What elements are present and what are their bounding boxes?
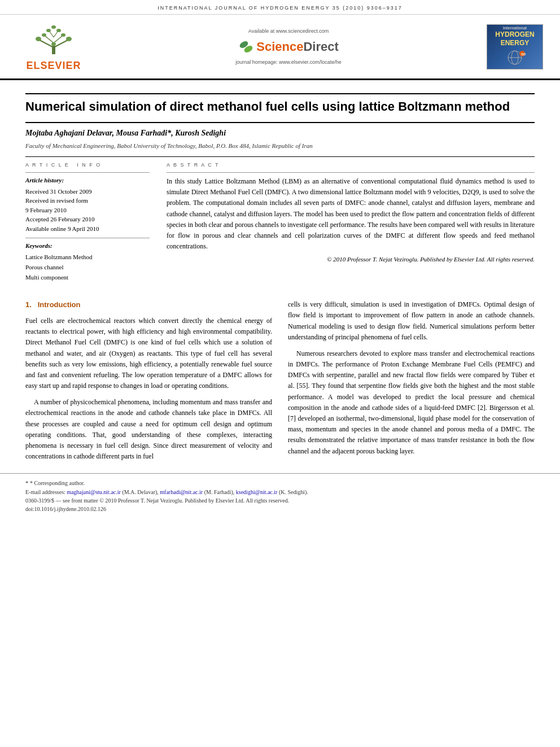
logo-area: ELSEVIER Available at www.sciencedirect.… [0,15,560,80]
abstract-copyright: © 2010 Professor T. Nejat Veziroglu. Pub… [167,255,535,264]
footnote-delavar-name: (M.A. Delavar), [122,489,160,495]
footnote-area: * * Corresponding author. E-mail address… [0,473,560,519]
keyword-1: Lattice Boltzmann Method [25,252,150,263]
date-revised: 9 February 2010 [25,206,150,215]
sciencedirect-text: ScienceDirect [256,38,339,56]
elsevier-tree-icon [23,20,85,57]
svg-point-14 [51,42,56,46]
abstract-section: In this study Lattice Boltzmann Method (… [167,172,535,264]
article-info-abstract-row: A R T I C L E I N F O Article history: R… [25,161,535,282]
intro-para-3: cells is very difficult, simulation is u… [288,299,535,343]
intro-para-1: Fuel cells are electrochemical reactors … [25,316,272,391]
article-title: Numerical simulation of direct methanol … [25,99,535,115]
article-info-col: A R T I C L E I N F O Article history: R… [25,161,150,282]
abstract-label: A B S T R A C T [167,161,535,169]
footnote-sedighi-name: (K. Sedighi). [279,489,308,495]
footnote-star-icon: * [25,479,29,486]
intro-section-title: Introduction [38,300,81,309]
center-logo-area: Available at www.sciencedirect.com Scien… [90,28,487,66]
sd-leaf-icon [238,39,254,55]
svg-point-7 [36,37,41,41]
footnote-email-sedighi[interactable]: ksedighi@nit.ac.ir [236,489,278,495]
accepted: Accepted 26 February 2010 [25,215,150,224]
journal-homepage-text: journal homepage: www.elsevier.com/locat… [235,59,342,66]
affil-divider [25,156,535,157]
footnote-email-farhadi[interactable]: mfarhadi@nit.ac.ir [160,489,203,495]
elsevier-brand-text: ELSEVIER [26,58,81,73]
top-divider [25,93,535,94]
article-info-label: A R T I C L E I N F O [25,161,150,169]
svg-point-8 [66,37,72,41]
cover-hydrogen: HYDROGEN [495,30,534,38]
footnote-farhadi-name: (M. Farhadi), [204,489,236,495]
cover-energy: ENERGY [495,39,534,47]
body-left-col: 1. Introduction Fuel cells are electroch… [25,299,272,468]
svg-point-9 [42,33,46,37]
article-history-title: Article history: [25,176,150,185]
journal-cover-title: International HYDROGEN ENERGY SD [495,26,534,68]
keywords-section: Keywords: Lattice Boltzmann Method Porou… [25,238,150,282]
footnote-corresponding-text: * Corresponding author. [30,480,85,486]
available-online: Available online 9 April 2010 [25,224,150,234]
keyword-3: Multi component [25,273,150,283]
intro-para-2: A number of physicochemical phenomena, i… [25,397,272,462]
abstract-col: A B S T R A C T In this study Lattice Bo… [167,161,535,282]
footnote-issn: 0360-3199/$ — see front matter © 2010 Pr… [25,496,535,505]
keywords-title: Keywords: [25,242,150,251]
svg-line-5 [50,32,54,37]
cover-intl: International [495,26,534,30]
cover-globe-icon: SD [501,49,529,66]
body-columns: 1. Introduction Fuel cells are electroch… [0,291,560,473]
footnote-email: E-mail addresses: maghajani@stu.nit.ac.i… [25,488,535,496]
article-content-area: Numerical simulation of direct methanol … [0,80,560,291]
intro-heading: 1. Introduction [25,299,272,311]
footnote-doi: doi:10.1016/j.ijhydene.2010.02.126 [25,505,535,513]
elsevier-logo: ELSEVIER [17,20,90,73]
available-text: Available at www.sciencedirect.com [248,28,329,35]
cover-badge: SD [495,49,534,67]
affiliation: Faculty of Mechanical Engineering, Babol… [25,142,535,151]
footnote-email-delavar[interactable]: maghajani@stu.nit.ac.ir [67,489,121,495]
journal-header: International Journal of Hydrogen Energy… [0,0,560,15]
sciencedirect-logo: ScienceDirect [238,38,339,56]
title-divider [25,122,535,123]
svg-point-10 [61,33,65,37]
svg-point-12 [56,29,61,32]
svg-point-13 [51,25,56,29]
svg-text:SD: SD [521,53,526,56]
footnote-email-prefix: E-mail addresses: [25,489,67,495]
authors: Mojtaba Aghajani Delavar, Mousa Farhadi*… [25,128,535,139]
article-history-section: Article history: Received 31 October 200… [25,172,150,233]
footnote-corresponding: * * Corresponding author. [25,478,535,488]
svg-line-6 [54,32,58,37]
svg-line-3 [45,36,54,43]
intro-section-number: 1. [25,300,32,309]
body-right-col: cells is very difficult, simulation is u… [288,299,535,468]
intro-para-4: Numerous researchers devoted to explore … [288,348,535,457]
received1: Received 31 October 2009 [25,187,150,196]
sd-leaves-icon [238,39,254,55]
keyword-2: Porous channel [25,263,150,273]
svg-point-11 [46,29,51,32]
journal-cover: International HYDROGEN ENERGY SD [487,24,543,69]
journal-header-text: International Journal of Hydrogen Energy… [158,5,403,11]
page-wrapper: International Journal of Hydrogen Energy… [0,0,560,747]
received-revised-label: Received in revised form [25,196,150,206]
svg-line-4 [54,36,62,43]
abstract-text: In this study Lattice Boltzmann Method (… [167,176,535,252]
